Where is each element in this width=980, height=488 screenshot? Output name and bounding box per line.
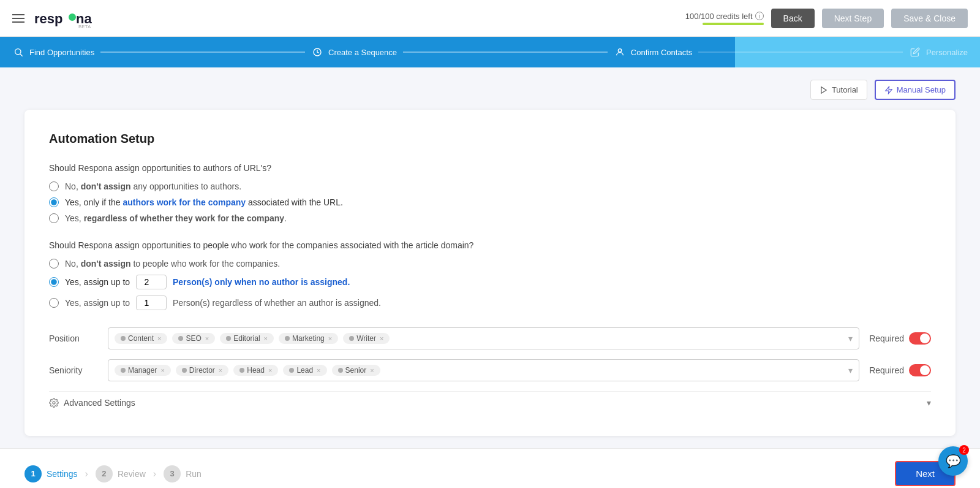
next-step-button[interactable]: Next Step (822, 9, 884, 28)
tag-content[interactable]: Content × (115, 333, 167, 344)
section-companies: Should Respona assign opportunities to p… (49, 240, 931, 310)
tag-lead[interactable]: Lead × (283, 365, 326, 376)
radio-regardless-companies-input[interactable] (49, 298, 59, 308)
gear-icon (49, 398, 59, 408)
manual-setup-button[interactable]: Manual Setup (875, 80, 956, 100)
advanced-left: Advanced Settings (49, 398, 135, 408)
section-authors: Should Respona assign opportunities to a… (49, 163, 931, 223)
menu-button[interactable] (12, 14, 24, 23)
credits-text: 100/100 credits left (685, 12, 753, 21)
svg-line-5 (20, 54, 23, 56)
step-confirm-contacts[interactable]: Confirm Contacts (614, 46, 692, 58)
step2-label: Create a Sequence (328, 48, 397, 57)
step-nav-label-run: Run (186, 469, 202, 479)
tag-head[interactable]: Head × (233, 365, 278, 376)
info-icon: i (755, 12, 764, 20)
tutorial-label: Tutorial (832, 85, 858, 94)
radio-no-companies-label: No, don't assign to people who work for … (65, 259, 280, 269)
svg-marker-7 (821, 86, 826, 93)
radio-regardless-companies-label: Yes, assign up to Person(s) regardless o… (65, 295, 381, 310)
radio-assign-no-author[interactable]: Yes, assign up to Person(s) only when no… (49, 275, 931, 289)
header-actions: 100/100 credits left i Back Next Step Sa… (685, 9, 968, 28)
seniority-row: Seniority Manager × Director × Head × Le… (49, 359, 931, 381)
credits-fill (703, 23, 764, 25)
manual-setup-label: Manual Setup (897, 85, 946, 94)
back-button[interactable]: Back (771, 9, 815, 28)
step-nav-label-review: Review (118, 469, 146, 479)
svg-point-1 (69, 13, 76, 21)
radio-no-author-input[interactable] (49, 277, 59, 287)
personalize-icon (909, 46, 921, 58)
svg-text:BETA: BETA (78, 24, 91, 29)
radio-regardless-label: Yes, regardless of whether they work for… (65, 213, 287, 223)
chevron-down-icon: ▾ (927, 398, 931, 408)
step-nav-label-settings: Settings (47, 469, 78, 479)
radio-no-assign-label: No, don't assign any opportunities to au… (65, 181, 241, 191)
header: resp na BETA 100/100 credits left i Back… (0, 0, 980, 37)
credits-bar (703, 23, 764, 25)
toolbar-row: Tutorial Manual Setup (24, 80, 956, 100)
step-line-2 (403, 51, 608, 53)
step-circle-3: 3 (164, 465, 181, 482)
step-personalize[interactable]: Personalize (909, 46, 968, 58)
sequence-icon (311, 46, 323, 58)
advanced-settings-label: Advanced Settings (64, 398, 135, 408)
position-label: Position (49, 334, 98, 343)
progress-bar: Find Opportunities Create a Sequence Con… (0, 37, 980, 67)
radio-no-companies-input[interactable] (49, 259, 59, 269)
position-select[interactable]: Content × SEO × Editorial × Marketing × … (108, 327, 859, 349)
tag-director[interactable]: Director × (176, 365, 228, 376)
seniority-label: Seniority (49, 365, 98, 375)
position-row: Position Content × SEO × Editorial × Mar… (49, 327, 931, 349)
radio-regardless-authors[interactable]: Yes, regardless of whether they work for… (49, 213, 931, 223)
lightning-icon (884, 86, 893, 94)
seniority-required-row: Required (869, 364, 931, 376)
question-2: Should Respona assign opportunities to p… (49, 240, 931, 250)
tag-manager[interactable]: Manager × (115, 365, 171, 376)
step-line-3 (698, 51, 903, 53)
number-input-regardless[interactable] (136, 295, 167, 310)
svg-point-6 (618, 49, 621, 52)
tag-marketing[interactable]: Marketing × (279, 333, 338, 344)
position-required-row: Required (869, 332, 931, 345)
step4-label: Personalize (926, 48, 968, 57)
seniority-arrow-icon: ▾ (848, 365, 853, 375)
position-toggle-slider (909, 332, 931, 345)
radio-no-assign-input[interactable] (49, 181, 59, 191)
seniority-required-toggle[interactable] (909, 364, 931, 376)
seniority-toggle-slider (909, 364, 931, 376)
main-content: Tutorial Manual Setup Automation Setup S… (0, 67, 980, 448)
svg-point-4 (15, 49, 21, 55)
step-circle-2: 2 (96, 465, 113, 482)
tag-editorial[interactable]: Editorial × (220, 333, 274, 344)
advanced-settings-row[interactable]: Advanced Settings ▾ (49, 391, 931, 414)
radio-company-authors[interactable]: Yes, only if the authors work for the co… (49, 197, 931, 207)
tutorial-button[interactable]: Tutorial (810, 80, 867, 100)
step-arrow-1: › (85, 468, 88, 479)
seniority-select[interactable]: Manager × Director × Head × Lead × Senio… (108, 359, 859, 381)
position-required-label: Required (869, 334, 904, 343)
step-circle-1: 1 (24, 465, 42, 482)
tag-seo[interactable]: SEO × (172, 333, 215, 344)
number-input-no-author[interactable] (136, 275, 167, 289)
chat-icon: 💬 (946, 454, 961, 468)
radio-assign-regardless[interactable]: Yes, assign up to Person(s) regardless o… (49, 295, 931, 310)
step-find-opportunities[interactable]: Find Opportunities (12, 46, 94, 58)
save-close-button[interactable]: Save & Close (891, 9, 968, 28)
radio-no-author-label: Yes, assign up to Person(s) only when no… (65, 275, 350, 289)
contacts-icon (614, 46, 626, 58)
bottom-nav: 1 Settings › 2 Review › 3 Run Next (0, 448, 980, 488)
step-nav-run: 3 Run (164, 465, 202, 482)
position-required-toggle[interactable] (909, 332, 931, 345)
chat-bubble[interactable]: 💬 2 (938, 446, 968, 476)
radio-regardless-input[interactable] (49, 213, 59, 223)
step-create-sequence[interactable]: Create a Sequence (311, 46, 397, 58)
tag-writer[interactable]: Writer × (343, 333, 390, 344)
chat-badge: 2 (959, 445, 969, 455)
credits-info: 100/100 credits left i (685, 12, 764, 25)
card-title: Automation Setup (49, 132, 931, 146)
radio-company-input[interactable] (49, 197, 59, 207)
radio-no-assign-companies[interactable]: No, don't assign to people who work for … (49, 259, 931, 269)
tag-senior[interactable]: Senior × (332, 365, 380, 376)
radio-no-assign-authors[interactable]: No, don't assign any opportunities to au… (49, 181, 931, 191)
